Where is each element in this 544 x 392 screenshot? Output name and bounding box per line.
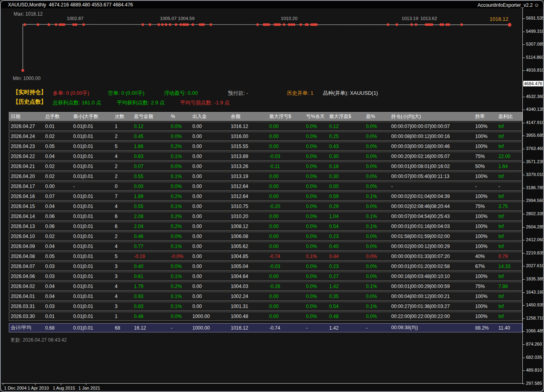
cell-total-lots: 0.03 — [45, 264, 73, 269]
cell-balance: 1012.64 — [231, 194, 269, 199]
cell-count: 2 — [115, 164, 134, 169]
cell-deposit: 0.00 — [192, 164, 231, 169]
cell-hold-time: 00:00:16|00:03:48|00:10:10 — [391, 274, 475, 279]
cell-profit-pct: 0.0% — [366, 154, 391, 159]
cell-profit-pct: 0.0% — [366, 204, 391, 209]
cell-win-rate: 100% — [475, 234, 498, 239]
cell-max-float-loss: 0.00 — [269, 124, 306, 129]
cell-date: 2026.04.15 — [11, 204, 45, 209]
cell-pnl: 2.04 — [134, 224, 171, 229]
updated-timestamp: 更新: 2026.04.27 06:43:42 — [10, 337, 67, 344]
cell-pnl: 2.08 — [134, 214, 171, 219]
cell-max-float-profit: 0.30 — [329, 154, 366, 159]
cell-pnl-pct: 0.2% — [171, 284, 192, 289]
cell-date: 2026.04.14 — [11, 214, 45, 219]
table-row: 2026.04.080.050.01|0.015-0.19-0.0%0.0010… — [9, 252, 522, 261]
price-axis-label: 4340.135 — [526, 107, 544, 112]
cell-hold-time: 00:00:04|00:00:12|00:00:21 — [391, 294, 475, 299]
table-row: 2026.03.300.010.01|0.0110.480.0%1000.001… — [9, 312, 522, 321]
total-max-float-loss: -0.74 — [269, 325, 306, 331]
cell-pnl-pct: 0.0% — [171, 234, 192, 239]
total-total-lots: 0.68 — [45, 325, 73, 331]
cell-date: 2026.04.01 — [11, 294, 45, 299]
cell-max-float-loss: 0.00 — [269, 194, 306, 199]
cell-pnl: 0.45 — [134, 134, 171, 139]
price-axis-label: 3571.235 — [526, 159, 544, 164]
cell-pnl: 1.79 — [134, 284, 171, 289]
cell-hold-time: 00:00:00|00:01:33|00:07:20 — [391, 254, 475, 259]
cell-pnl: 0.55 — [134, 204, 171, 209]
cell-profit-pct: 0.0% — [366, 294, 391, 299]
title-bar: XAUUSD,Monthly 4674.216 4889.480 4553.67… — [1, 1, 543, 8]
cell-loss-pct-day: 0.0% — [306, 294, 329, 299]
cell-max-float-profit: 1.42 — [329, 284, 366, 289]
cell-hold-time: 00:00:08|00:00:12|00:00:16 — [391, 134, 475, 139]
cell-date: 2026.03.31 — [11, 304, 45, 309]
cell-profit-ratio: Inf — [498, 244, 522, 249]
price-axis-label: 5114.860 — [526, 55, 544, 60]
cell-hold-time: 00:00:01|00:08:01|00:16:02 — [391, 164, 475, 169]
cell-win-rate: 50% — [475, 164, 498, 169]
cell-date: 2026.04.22 — [11, 154, 45, 159]
time-axis-label: 1 Aug 2015 — [53, 386, 75, 390]
current-price-tag: 4684.476 — [523, 81, 544, 86]
cell-count: 0 — [115, 184, 134, 189]
cell-count: 5 — [115, 254, 134, 259]
cell-deposit: 0.00 — [192, 134, 231, 139]
cell-min-max-lots: 0.01|0.01 — [73, 294, 115, 299]
cell-loss-pct-day: 0.0% — [306, 204, 329, 209]
cell-hold-time: 00:01:58|00:01:59|00:02:00 — [391, 234, 475, 239]
cell-pnl-pct: 0.2% — [171, 144, 192, 149]
col-header-profit-ratio: 盈利比 — [498, 113, 522, 120]
total-profit-points: 总获利点数: 161.0 点 — [53, 99, 101, 106]
time-axis-label: 1 Dec 2004 — [4, 386, 26, 390]
cell-loss-pct-day: 0.0% — [306, 224, 329, 229]
time-axis-label: 1 Apr 2010 — [28, 386, 49, 390]
cell-hold-time: 00:00:07|00:04:54|00:25:43 — [391, 214, 475, 219]
max-balance-label: Max: 1016.12 — [14, 11, 43, 17]
curve-value-label: 1002.87 — [67, 16, 84, 21]
cell-pnl: 0.07 — [134, 164, 171, 169]
cell-pnl-pct: 0.1% — [171, 304, 192, 309]
cell-max-float-loss: 0.00 — [269, 184, 306, 189]
total-win-rate: 88.2% — [475, 325, 498, 331]
price-axis-label: 5307.085 — [526, 42, 544, 47]
cell-max-float-profit: 0.18 — [329, 164, 366, 169]
cell-hold-time: 00:00:03|00:00:18|00:00:46 — [391, 144, 475, 149]
cell-profit-ratio: Inf — [498, 214, 522, 219]
cell-max-float-loss: 0.00 — [269, 304, 306, 309]
smiley-icon[interactable]: ☺ — [534, 2, 539, 8]
cell-deposit: 0.00 — [192, 204, 231, 209]
cell-total-lots: 0.06 — [45, 214, 73, 219]
cell-date: 2026.04.23 — [11, 144, 45, 149]
stats-table: 日期总手数最小|大手数次数盈亏金额%出入金余额最大浮亏$亏%当天最大浮盈$盈%持… — [9, 112, 522, 332]
cell-total-lots: 0.03 — [45, 304, 73, 309]
cell-profit-ratio: Inf — [498, 174, 522, 179]
cell-balance: 1013.19 — [231, 174, 269, 179]
cell-count: 4 — [115, 204, 134, 209]
table-row: 2026.04.130.060.01|0.0162.040.2%0.001008… — [9, 222, 522, 231]
cell-balance: 1004.85 — [231, 254, 269, 259]
merged-history-count: 历史并单: 1 — [287, 90, 313, 97]
cell-balance: 1012.64 — [231, 184, 269, 189]
cell-profit-ratio: Inf — [498, 234, 522, 239]
total-min-max-lots: 0.01|0.01 — [73, 325, 115, 331]
price-axis[interactable] — [522, 8, 542, 382]
cell-win-rate: 67% — [475, 264, 498, 269]
cell-total-lots: 0.05 — [45, 254, 73, 259]
cell-min-max-lots: 0.01|0.01 — [73, 224, 115, 229]
cell-pnl: 0.12 — [134, 124, 171, 129]
cell-deposit: 0.00 — [192, 174, 231, 179]
cell-deposit: 0.00 — [192, 194, 231, 199]
total-loss-pct-day: - — [306, 325, 329, 331]
cell-profit-ratio: Inf — [498, 124, 522, 129]
cell-profit-pct: 0.0% — [366, 134, 391, 139]
cell-total-lots: 0.02 — [45, 164, 73, 169]
cell-min-max-lots: 0.01|0.01 — [73, 304, 115, 309]
cell-pnl: 1.66 — [134, 144, 171, 149]
avg-profit-points: 平均获利点数: 2.9 点 — [117, 99, 165, 106]
table-total-row: 合计/平均0.680.01|0.016816.12-1000.001016.12… — [9, 323, 522, 332]
cell-min-max-lots: 0.01|0.01 — [73, 214, 115, 219]
cell-pnl: 0.48 — [134, 314, 171, 319]
cell-deposit: 0.00 — [192, 274, 231, 279]
